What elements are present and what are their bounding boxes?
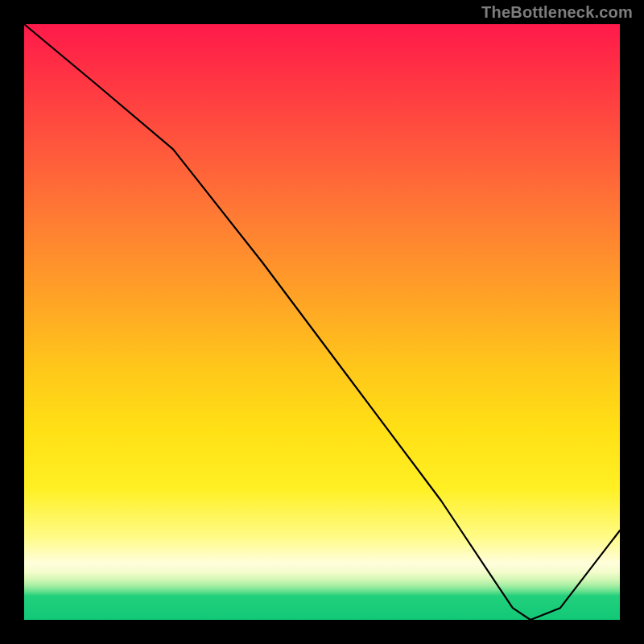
bottleneck-curve [24, 24, 620, 620]
watermark-text: TheBottleneck.com [481, 3, 633, 22]
chart-frame: TheBottleneck.com [0, 0, 644, 644]
plot-area [24, 24, 620, 620]
plot-svg [24, 24, 620, 620]
